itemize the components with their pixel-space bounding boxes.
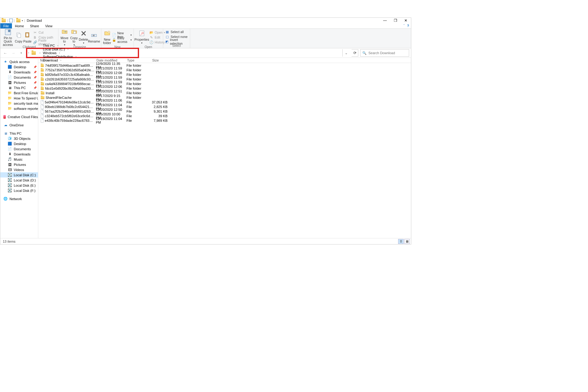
label: Pin to Quick access <box>2 36 14 47</box>
group-label: Open <box>135 45 162 49</box>
copy-button[interactable]: Copy <box>14 29 23 45</box>
sidebar-item[interactable]: 📄Documents <box>0 146 38 151</box>
file-explorer-window: | | ▾ | Download — ❐ ✕ File Home Share V… <box>0 17 411 245</box>
breadcrumb[interactable]: This PC› <box>42 44 77 47</box>
address-bar[interactable]: › This PC›Local Disk (C:)›Windows›Softwa… <box>30 49 138 57</box>
folder-icon <box>2 19 6 22</box>
window-title: Download <box>25 19 42 22</box>
file-row[interactable]: 5e0f4fe479184bfe06e12cdc9d58561fe4895...… <box>38 100 411 104</box>
invert-selection-button[interactable]: ◩Invert selection <box>164 39 189 44</box>
col-size[interactable]: Size <box>150 58 169 63</box>
file-row[interactable]: c2d261b635937225afa668c93b6c5a1d11/21/20… <box>38 77 411 81</box>
file-row[interactable]: c3248eb572cb5f82e63ce9c6d73cfbf39b10...3… <box>38 114 411 118</box>
col-type[interactable]: Type <box>125 58 150 63</box>
search-placeholder: Search Download <box>368 51 395 55</box>
sidebar-creative-cloud[interactable]: Creative Cloud Files <box>0 114 38 119</box>
titlebar: | | ▾ | Download — ❐ ✕ <box>0 18 411 23</box>
breadcrumb[interactable]: Local Disk (C:)› <box>42 47 77 51</box>
col-name[interactable]: Name <box>38 58 95 63</box>
forward-button[interactable]: → <box>10 50 16 56</box>
maximize-button[interactable]: ❐ <box>390 18 401 23</box>
crumb-arrow[interactable]: › <box>37 51 42 54</box>
move-to-button[interactable]: Move to▾ <box>60 29 69 45</box>
file-row[interactable]: 74df39f170d44bacad87aa689784421412/9/202… <box>38 63 411 68</box>
sidebar-item[interactable]: 💽Local Disk (C:) <box>0 172 38 177</box>
group-label: Select <box>164 44 189 48</box>
properties-button[interactable]: Properties▾ <box>135 29 149 45</box>
sidebar-item[interactable]: 📄Documents📌 <box>0 75 38 80</box>
divider: | <box>7 19 8 22</box>
sidebar-item[interactable]: ⬇Downloads📌 <box>0 69 38 75</box>
navigation-pane: ★Quick access 🟦Desktop📌⬇Downloads📌📄Docum… <box>0 58 38 238</box>
sidebar-item[interactable]: 📁security task manag <box>0 101 38 106</box>
details-view-button[interactable]: ☰ <box>398 239 404 244</box>
svg-text:ab: ab <box>92 34 95 36</box>
file-row[interactable]: fdcd1e0d920bc8b204a59ad33c88c8f711/22/20… <box>38 86 411 91</box>
file-row[interactable]: b0f2b8a97e332c3c436afeabbb4716f011/22/20… <box>38 72 411 77</box>
explorer-body: ★Quick access 🟦Desktop📌⬇Downloads📌📄Docum… <box>0 58 411 238</box>
menubar: File Home Share View ˆ ? <box>0 23 411 29</box>
search-icon: 🔍 <box>362 51 367 55</box>
sidebar-item[interactable]: 📁Best Free Emulator <box>0 90 38 95</box>
pin-quick-access-button[interactable]: Pin to Quick access <box>2 29 14 45</box>
menu-view[interactable]: View <box>42 23 55 28</box>
rename-button[interactable]: abRename <box>88 29 100 45</box>
status-bar: 13 items ☰ ▦ <box>0 238 411 244</box>
refresh-button[interactable]: ⟳ <box>352 49 358 57</box>
file-row[interactable]: 7752a73587b3362d505a041fe7f69ecd11/21/20… <box>38 68 411 72</box>
label: Copy <box>15 40 22 43</box>
file-row[interactable]: 80beb1988db7b08c2c6544218dff9657b51...12… <box>38 104 411 109</box>
label: Paste <box>23 40 32 43</box>
menu-file[interactable]: File <box>0 23 12 28</box>
properties-icon[interactable] <box>9 19 13 22</box>
sidebar-item[interactable]: 🟦Desktop <box>0 141 38 146</box>
cut-button[interactable]: ✂Cut <box>32 30 57 35</box>
sidebar-item[interactable]: 💽Local Disk (F:) <box>0 188 38 193</box>
help-icon[interactable]: ? <box>407 24 409 28</box>
sidebar-item[interactable]: 📁software reporter to <box>0 106 38 111</box>
minimize-button[interactable]: — <box>380 18 390 23</box>
recent-locations-button[interactable]: ▾ <box>18 50 24 56</box>
select-all-button[interactable]: ▦Select all <box>164 29 189 34</box>
sidebar-item[interactable]: 🧊3D Objects <box>0 136 38 141</box>
copy-to-button[interactable]: Copy to▾ <box>69 29 79 45</box>
delete-button[interactable]: Delete▾ <box>79 29 88 45</box>
sidebar-item[interactable]: 🟦Desktop📌 <box>0 64 38 69</box>
menu-share[interactable]: Share <box>27 23 42 28</box>
sidebar-quick-access[interactable]: ★Quick access <box>0 59 38 64</box>
breadcrumb[interactable]: Windows› <box>42 51 77 55</box>
sidebar-item[interactable]: 💽Local Disk (D:) <box>0 177 38 183</box>
menu-home[interactable]: Home <box>12 23 27 28</box>
item-count: 13 items <box>3 240 16 243</box>
easy-access-button[interactable]: 🔓Easy access▾ <box>111 37 132 42</box>
column-headers[interactable]: Name Date modified Type Size <box>38 58 411 63</box>
address-dropdown[interactable]: ⌄ <box>342 49 350 57</box>
sidebar-item[interactable]: 📁How To Speed Up W <box>0 95 38 101</box>
sidebar-network[interactable]: 🌐Network <box>0 196 38 201</box>
file-row[interactable]: 567aa2f2b2946ce689891d263fefaa9123ab...1… <box>38 109 411 114</box>
back-button[interactable]: ← <box>2 50 8 56</box>
sidebar-item[interactable]: 🖼Pictures <box>0 162 38 167</box>
dropdown-icon[interactable]: ▾ <box>22 19 23 22</box>
file-row[interactable]: ca4af4339884f7018bf988ecac7702ff11/21/20… <box>38 81 411 86</box>
file-row[interactable]: SharedFileCache12/17/2020 9:15 PMFile fo… <box>38 95 411 100</box>
search-input[interactable]: 🔍 Search Download <box>360 49 409 57</box>
sidebar-this-pc[interactable]: 🖥This PC <box>0 131 38 136</box>
folder-icon <box>16 19 21 22</box>
sidebar-item[interactable]: 🎞Videos <box>0 167 38 172</box>
sidebar-item[interactable]: 🎵Music <box>0 157 38 162</box>
sidebar-item[interactable]: ⬇Downloads <box>0 151 38 157</box>
new-folder-button[interactable]: New folder <box>103 29 111 45</box>
ribbon-min-icon[interactable]: ˆ <box>404 24 405 28</box>
paste-button[interactable]: Paste <box>23 29 32 45</box>
close-button[interactable]: ✕ <box>401 18 411 23</box>
divider: | <box>14 19 15 22</box>
sidebar-item[interactable]: 🖼Pictures📌 <box>0 80 38 85</box>
large-icons-view-button[interactable]: ▦ <box>404 239 410 244</box>
svg-point-1 <box>8 30 10 32</box>
sidebar-item[interactable]: 🖥This PC📌 <box>0 85 38 90</box>
sidebar-item[interactable]: 💽Local Disk (E:) <box>0 183 38 188</box>
file-row[interactable]: e438c40b759dade228ac6783575d50421dd...12… <box>38 118 411 123</box>
sidebar-onedrive[interactable]: ☁OneDrive <box>0 122 38 128</box>
file-row[interactable]: Install12/20/2020 12:51 AMFile folder <box>38 91 411 95</box>
